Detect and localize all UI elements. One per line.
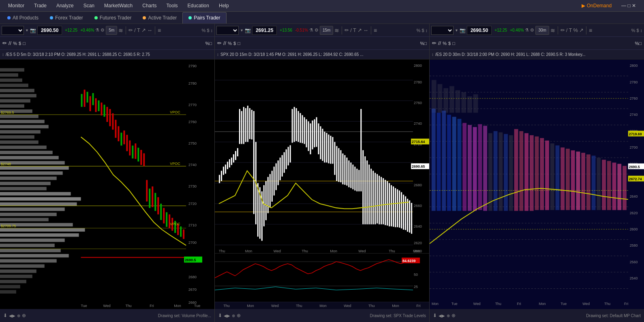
chart1-settings-icon[interactable]: ⚙: [101, 28, 105, 33]
chart1-draw-square[interactable]: □: [23, 41, 26, 46]
chart2-draw-pencil[interactable]: ✏: [217, 40, 222, 46]
svg-rect-221: [405, 196, 406, 230]
chart1-draw-pencil[interactable]: ✏: [2, 40, 7, 46]
chart3-draw-percent[interactable]: %: [443, 41, 447, 46]
chart1-menu-icon[interactable]: ≡: [158, 27, 161, 34]
menu-marketwatch[interactable]: MarketWatch: [99, 0, 137, 12]
menu-help[interactable]: Help: [214, 0, 234, 12]
chart2-candle-icon[interactable]: ≋: [334, 27, 339, 34]
chart2-expand-icon[interactable]: ↕: [217, 52, 219, 57]
chart2-symbol-select[interactable]: SPX: [216, 26, 239, 35]
chart1-arrow-icon[interactable]: ↗: [141, 27, 146, 33]
chart3-line-icon[interactable]: /: [566, 27, 568, 33]
chart3-bt-icon1[interactable]: ⬇: [433, 313, 437, 318]
chart2-draw-line[interactable]: //: [223, 40, 226, 46]
chart3-draw-dollar[interactable]: $: [448, 41, 451, 46]
chart3-draw-pencil[interactable]: ✏: [432, 40, 436, 46]
chart2-line-icon[interactable]: /: [350, 27, 352, 33]
menu-scan[interactable]: Scan: [79, 0, 99, 12]
tab-pairs-trader[interactable]: Pairs Trader: [182, 12, 226, 23]
menu-trade[interactable]: Trade: [29, 0, 51, 12]
menu-monitor[interactable]: Monitor: [3, 0, 29, 12]
chart3-settings-icon[interactable]: ⚙: [530, 28, 534, 33]
chart1-measure-icon[interactable]: ↔: [147, 27, 152, 33]
chart3-bt-pan[interactable]: ⊕: [447, 313, 450, 318]
chart3-measure-icon[interactable]: ↗: [579, 27, 584, 33]
chart1-dropdown-icon[interactable]: ▼: [25, 28, 29, 32]
chart1-draw-line[interactable]: //: [9, 40, 11, 46]
chart1-dollar-icon[interactable]: $: [207, 28, 209, 33]
chart2-bt-icon1[interactable]: ⬇: [218, 313, 222, 318]
chart2-draw-dollar[interactable]: $: [233, 41, 236, 46]
chart2-bt-scroll[interactable]: ◀▶: [224, 313, 230, 318]
chart2-dollar-icon[interactable]: $: [421, 28, 424, 33]
tab-futures-trader[interactable]: Futures Trader: [89, 12, 137, 23]
chart3-candle-icon[interactable]: ≋: [550, 27, 555, 34]
chart2-draw-square[interactable]: □: [237, 41, 240, 46]
chart3-bt-zoom[interactable]: ⊕: [451, 313, 456, 318]
svg-rect-199: [360, 109, 362, 191]
svg-rect-61: [109, 109, 111, 126]
menu-ondemand[interactable]: ▶ OnDemand: [577, 0, 616, 12]
menu-window-controls[interactable]: — □ ✕: [616, 0, 641, 12]
svg-rect-159: [280, 158, 281, 180]
tab-active-trader[interactable]: Active Trader: [137, 12, 182, 23]
chart2-pencil-icon[interactable]: ✏: [344, 27, 349, 33]
menu-tools[interactable]: Tools: [162, 0, 183, 12]
menu-charts[interactable]: Charts: [137, 0, 161, 12]
chart2-draw-percent2[interactable]: %□: [420, 41, 427, 46]
chart3-dropdown-icon[interactable]: ▼: [455, 28, 458, 32]
svg-rect-129: [219, 175, 220, 183]
chart1-bt-scroll[interactable]: ◀▶: [9, 313, 15, 318]
svg-rect-190: [342, 154, 343, 184]
chart3-pencil-icon[interactable]: ✏: [561, 27, 565, 33]
chart1-expand-icon[interactable]: ↕: [2, 52, 4, 57]
chart3-draw-square[interactable]: □: [452, 41, 455, 46]
chart2-measure-icon[interactable]: ↔: [363, 27, 368, 33]
chart3-menu-icon[interactable]: ≡: [589, 27, 592, 34]
chart2-percent-icon[interactable]: %: [417, 28, 421, 33]
chart2-bt-zoom[interactable]: ⊕: [237, 313, 241, 318]
chart3-percent-icon[interactable]: %: [631, 28, 635, 33]
chart1-timeframe[interactable]: 5m: [106, 26, 117, 35]
chart2-curve-icon[interactable]: T: [353, 27, 356, 33]
chart3-draw-line[interactable]: //: [438, 40, 441, 46]
tab-forex-trader[interactable]: Forex Trader: [44, 12, 89, 23]
menu-education[interactable]: Education: [183, 0, 214, 12]
svg-rect-183: [328, 134, 329, 163]
chart2-zoom-icon[interactable]: ↕: [426, 28, 428, 33]
chart2-arrow-icon[interactable]: ↗: [357, 27, 362, 33]
chart3-timeframe[interactable]: 30m: [535, 26, 549, 35]
chart1-change-pct: +0.46%: [80, 28, 94, 32]
chart1-bt-zoom[interactable]: ⊕: [22, 313, 26, 318]
chart1-bt-pan[interactable]: ⊕: [17, 313, 20, 318]
chart1-pencil-icon[interactable]: ✏: [128, 27, 133, 33]
chart2-draw-percent[interactable]: %: [228, 41, 232, 46]
chart1-line-icon[interactable]: /: [134, 27, 136, 33]
chart2-menu-icon[interactable]: ≡: [374, 27, 377, 34]
chart1-curve-icon[interactable]: T: [137, 27, 140, 33]
chart1-symbol-select[interactable]: /ES: [2, 26, 24, 35]
chart3-draw-percent2[interactable]: %□: [635, 41, 642, 46]
chart3-dollar-icon[interactable]: $: [636, 28, 639, 33]
tab-all-products[interactable]: All Products: [2, 12, 44, 23]
chart1-candle-icon[interactable]: ≋: [118, 27, 123, 34]
chart3-curve-icon[interactable]: T: [569, 27, 572, 33]
chart2-dropdown-icon[interactable]: ▼: [240, 28, 244, 32]
chart1-percent-icon[interactable]: %: [202, 28, 206, 33]
chart3-bt-scroll[interactable]: ◀▶: [439, 313, 445, 318]
chart1-bt-icon1[interactable]: ⬇: [3, 313, 7, 318]
chart2-settings-icon[interactable]: ⚙: [315, 28, 319, 33]
chart2-bt-pan[interactable]: ⊕: [232, 313, 235, 318]
chart1-draw-dollar[interactable]: $: [19, 41, 21, 46]
chart1-zoom-icon[interactable]: ↕: [211, 28, 213, 33]
chart1-draw-percent[interactable]: %: [13, 41, 17, 46]
chart3-arrow-icon[interactable]: %: [573, 27, 578, 33]
chart3-expand-icon[interactable]: ↕: [432, 52, 434, 57]
chart3-symbol-select[interactable]: /ES: [431, 26, 454, 35]
menu-analyze[interactable]: Analyze: [51, 0, 79, 12]
chart2-timeframe[interactable]: 15m: [320, 26, 333, 35]
chart3-zoom-icon[interactable]: ↕: [640, 28, 643, 33]
tab-dot: [143, 16, 146, 19]
chart1-draw-percent2[interactable]: %□: [205, 41, 212, 46]
